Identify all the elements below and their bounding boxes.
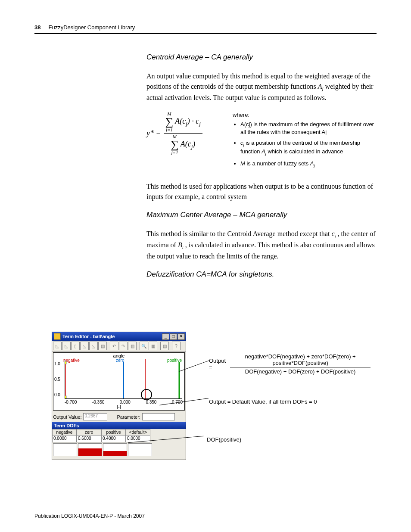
annotation-dofpos: DOF(positive) xyxy=(207,436,241,443)
dof-bar-default xyxy=(128,443,152,456)
annotation-output-formula: Output = negative*DOF(negative) + zero*D… xyxy=(209,353,371,375)
redo-icon[interactable]: ↷ xyxy=(119,342,128,350)
subhead-singletons: Defuzzification CA=MCA for singletons. xyxy=(146,270,377,279)
toolbar: ◺ ◺ ▯ ◺ ◺ ▤ ↶ ↷ ▥ 🔍 ▦ ▤ ? xyxy=(52,341,186,352)
formula-row: y* = M∑j=1 A(cj) · cj M∑j=1 A(cj) where: xyxy=(146,112,377,172)
formula-ca: y* = M∑j=1 A(cj) · cj M∑j=1 A(cj) xyxy=(146,112,220,155)
where-item-1: A(cj) is the maximum of the degrees of f… xyxy=(240,121,377,136)
x-unit: [-] xyxy=(53,404,184,410)
maximize-icon[interactable]: □ xyxy=(170,333,177,340)
annotation-default: Output = Default Value, if all term DOFs… xyxy=(209,398,317,405)
where-item-3: M is a number of fuzzy sets Aj xyxy=(240,160,377,168)
publication-footer: Publication LOGIX-UM004A-EN-P - March 20… xyxy=(34,513,145,519)
output-value-label: Output Value: xyxy=(53,414,81,420)
tool-icon[interactable]: ▥ xyxy=(128,342,137,350)
subhead-ca: Centroid Average – CA generally xyxy=(146,53,377,62)
svg-rect-1 xyxy=(65,361,66,364)
tool-icon[interactable]: ◺ xyxy=(62,342,71,350)
screenshot-figure: Term Editor - ball\angle _ □ × ◺ ◺ ▯ ◺ ◺… xyxy=(52,332,371,460)
dof-bar-negative xyxy=(53,443,77,456)
tool-icon[interactable]: ▤ xyxy=(160,342,169,350)
parameter-field[interactable] xyxy=(142,413,175,420)
output-fields: Output Value: 0.2667 Parameter: xyxy=(52,411,186,422)
minimize-icon[interactable]: _ xyxy=(162,333,169,340)
undo-icon[interactable]: ↶ xyxy=(110,342,118,350)
where-block: where: A(cj) is the maximum of the degre… xyxy=(233,112,377,172)
plot-area[interactable]: negative zero positive xyxy=(65,359,182,399)
output-value-field[interactable]: 0.2667 xyxy=(83,413,107,420)
term-dofs-header: Term DOFs xyxy=(52,422,186,429)
window-titlebar[interactable]: Term Editor - ball\angle _ □ × xyxy=(52,332,186,341)
dof-bar-row xyxy=(52,442,186,460)
where-item-2: cj is a position of the centroid of the … xyxy=(240,139,377,156)
page-number: 38 xyxy=(34,24,40,31)
dof-table: negative0.0000 zero0.6000 positive0.4000… xyxy=(52,429,186,442)
tool-icon[interactable]: ◺ xyxy=(89,342,98,350)
help-icon[interactable]: ? xyxy=(172,342,181,350)
dof-bar-positive xyxy=(103,443,127,456)
tool-icon[interactable]: ▦ xyxy=(149,342,157,350)
tool-icon[interactable]: ◺ xyxy=(80,342,89,350)
tool-icon[interactable]: ▯ xyxy=(71,342,80,350)
para-ca-intro: An output value computed by this method … xyxy=(146,71,377,103)
subhead-mca: Maximum Center Average – MCA generally xyxy=(146,211,377,219)
zoom-icon[interactable]: 🔍 xyxy=(140,342,148,350)
output-marker-circle xyxy=(141,389,152,400)
app-icon xyxy=(54,333,61,340)
dof-bar-zero xyxy=(78,443,102,456)
tool-icon[interactable]: ◺ xyxy=(53,342,62,350)
svg-rect-2 xyxy=(65,396,66,398)
term-editor-window: Term Editor - ball\angle _ □ × ◺ ◺ ▯ ◺ ◺… xyxy=(52,332,186,460)
close-icon[interactable]: × xyxy=(177,333,185,340)
tool-icon[interactable]: ▤ xyxy=(98,342,107,350)
chart-panel: angle 1.0 0.5 0.0 negative zero positive xyxy=(53,352,185,411)
para-ca-use: This method is used for applications whe… xyxy=(146,181,377,202)
para-mca: This method is similar to the Centroid A… xyxy=(146,229,377,261)
parameter-label: Parameter: xyxy=(117,414,140,420)
header-title: FuzzyDesigner Component Library xyxy=(48,24,135,31)
window-title: Term Editor - ball\angle xyxy=(62,334,115,339)
page-header: 38 FuzzyDesigner Component Library xyxy=(34,24,377,34)
